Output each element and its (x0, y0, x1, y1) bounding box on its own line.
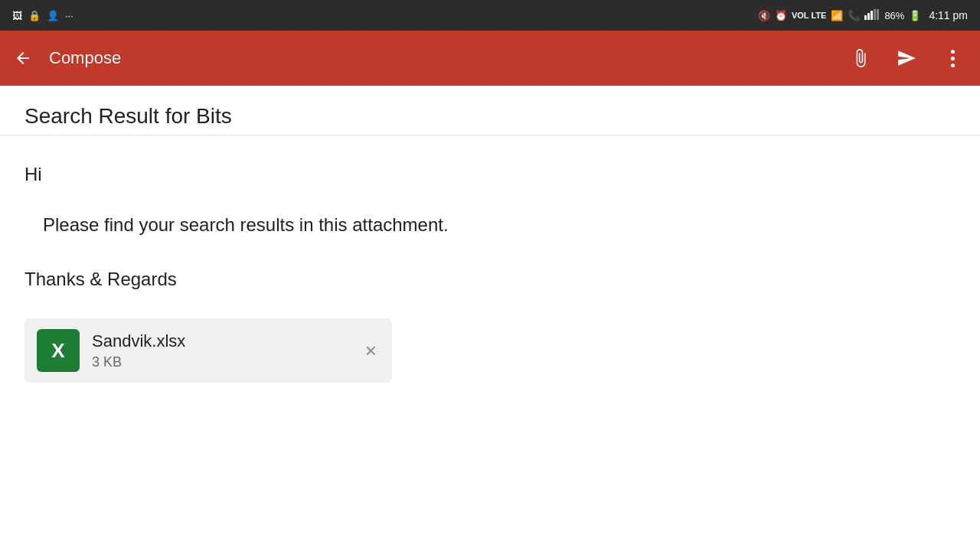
email-sign-off: Thanks & Regards (24, 265, 956, 294)
battery-icon: 🔋 (909, 10, 921, 21)
email-body[interactable]: Hi Please find your search results in th… (0, 135, 980, 312)
attach-button[interactable] (845, 43, 876, 73)
attachment-filename: Sandvik.xlsx (92, 331, 350, 351)
email-body-text: Please find your search results in this … (43, 210, 956, 240)
attachment-remove-button[interactable]: × (362, 337, 380, 364)
email-subject[interactable]: Search Result for Bits (0, 86, 980, 135)
attachment-area: X Sandvik.xlsx 3 KB × (0, 312, 980, 401)
more-status-icon: ··· (65, 10, 74, 21)
profile-icon: 👤 (47, 10, 59, 21)
svg-rect-2 (871, 11, 873, 20)
app-bar: Compose (0, 31, 980, 86)
attachment-card[interactable]: X Sandvik.xlsx 3 KB × (24, 318, 392, 383)
time-display: 4:11 pm (929, 9, 968, 21)
svg-rect-1 (867, 13, 870, 20)
phone-icon: 📞 (848, 10, 860, 21)
svg-rect-4 (877, 9, 879, 20)
photo-icon: 🖼 (12, 10, 22, 21)
app-bar-title: Compose (49, 48, 830, 68)
lte-icon: VOL LTE (792, 11, 826, 20)
attachment-file-icon: X (37, 329, 80, 372)
wifi-icon: 📶 (831, 10, 843, 21)
more-options-button[interactable] (937, 43, 968, 73)
send-button[interactable] (891, 43, 922, 73)
battery-percent: 86% (884, 10, 904, 21)
status-bar: 🖼 🔒 👤 ··· 🔇 ⏰ VOL LTE 📶 📞 86% 🔋 4:11 pm (0, 0, 980, 31)
email-greeting: Hi (24, 160, 956, 189)
status-bar-left: 🖼 🔒 👤 ··· (12, 10, 74, 21)
status-bar-right: 🔇 ⏰ VOL LTE 📶 📞 86% 🔋 4:11 pm (758, 9, 968, 22)
back-button[interactable] (12, 47, 34, 69)
svg-rect-0 (864, 15, 867, 20)
svg-rect-3 (874, 9, 876, 20)
silent-icon: 🔇 (758, 10, 770, 21)
email-content: Search Result for Bits Hi Please find yo… (0, 86, 980, 551)
attachment-filesize: 3 KB (92, 354, 350, 370)
alarm-icon: ⏰ (775, 10, 787, 21)
attachment-info: Sandvik.xlsx 3 KB (92, 331, 350, 370)
signal-bars-icon (864, 9, 880, 22)
lock-icon: 🔒 (28, 10, 41, 21)
